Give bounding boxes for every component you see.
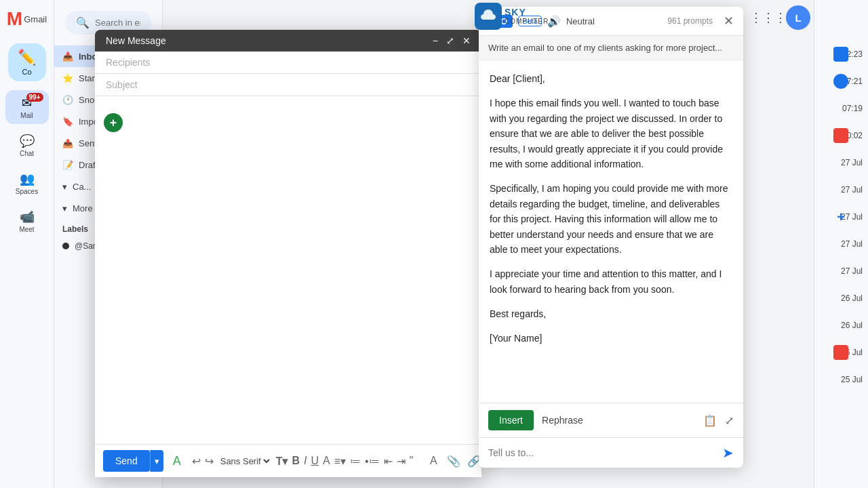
font-color-btn[interactable]: A (323, 451, 330, 470)
text-format-btn[interactable]: A (424, 451, 443, 470)
recipients-placeholder: Recipients (106, 57, 150, 68)
subject-placeholder: Subject (106, 79, 138, 90)
ai-actions-bar: Insert Rephrase 📋 ⤢ (479, 403, 743, 437)
maximize-icon[interactable]: ⤢ (446, 35, 454, 46)
sky-logo-icon (475, 3, 502, 30)
rephrase-btn[interactable]: Rephrase (542, 415, 583, 426)
categories-label: Ca... (73, 182, 91, 192)
sidebar-chat-btn[interactable]: 💬 Chat (5, 128, 49, 162)
numbered-list-btn[interactable]: ≔ (350, 451, 361, 470)
gmail-sidebar: M Gmail ✏️ Co ✉ Mail 99+ 💬 Chat 👥 Spaces… (0, 0, 54, 488)
undo-btn[interactable]: ↩ (192, 451, 201, 470)
compose-window: New Message − ⤢ ✕ Recipients Subject Sen… (95, 30, 481, 477)
sidebar-mail-btn[interactable]: ✉ Mail 99+ (5, 90, 49, 124)
ai-input-area: ➤ (479, 437, 743, 468)
timestamp-13: 25 Jul (814, 366, 868, 393)
ai-panel: GO Beta 🔊 Neutral 961 prompts ✕ Write an… (479, 7, 743, 468)
underline-btn[interactable]: U (311, 451, 319, 470)
drafts-icon: 📝 (62, 160, 73, 170)
paragraph-1: I hope this email finds you well. I want… (490, 96, 732, 171)
minimize-icon[interactable]: − (433, 35, 438, 46)
format-btn[interactable]: A (173, 451, 181, 470)
send-group: Send ▾ (103, 450, 163, 472)
more-icon: ▾ (62, 203, 67, 214)
meet-label: Meet (19, 226, 34, 233)
bullet-list-btn[interactable]: •≔ (365, 451, 380, 470)
ai-send-btn[interactable]: ➤ (722, 445, 734, 461)
ai-text-input[interactable] (488, 447, 717, 458)
spaces-label: Spaces (16, 188, 38, 195)
sent-label: Sent (79, 138, 97, 148)
compose-label: Co (22, 68, 31, 76)
search-icon: 🔍 (76, 16, 90, 29)
ai-close-btn[interactable]: ✕ (724, 14, 734, 28)
chat-icon: 💬 (20, 134, 35, 148)
compose-header-icons: − ⤢ ✕ (433, 35, 471, 46)
closing: Best regards, (490, 306, 732, 321)
quote-btn[interactable]: " (410, 451, 414, 470)
signature: [Your Name] (490, 331, 732, 346)
starred-icon: ⭐ (62, 73, 73, 83)
snoozed-icon: 🕐 (62, 95, 73, 105)
meet-icon: 📹 (20, 209, 35, 224)
send-dropdown-btn[interactable]: ▾ (150, 450, 163, 472)
icon-blue-1 (833, 47, 848, 62)
expand-icon[interactable]: ⤢ (725, 414, 734, 427)
bold-btn[interactable]: B (292, 451, 300, 470)
apps-icon-btn[interactable]: ⋮⋮⋮ (756, 5, 781, 30)
inbox-badge: 99+ (26, 93, 43, 102)
recipients-field[interactable]: Recipients (95, 52, 481, 74)
inbox-icon: 📥 (62, 52, 73, 62)
sky-text: SKY COMPUTER (505, 7, 549, 26)
mail-label: Mail (20, 112, 33, 119)
prompts-count: 961 prompts (667, 16, 713, 26)
ai-action-icons: 📋 ⤢ (703, 414, 734, 427)
ai-email-content: Dear [Client], I hope this email finds y… (479, 60, 743, 403)
compose-header: New Message − ⤢ ✕ (95, 30, 481, 52)
icon-red-2 (833, 345, 848, 360)
insert-btn[interactable]: Insert (488, 410, 534, 430)
sidebar-meet-btn[interactable]: 📹 Meet (5, 204, 49, 238)
ai-prompt-bar: Write an email to one of my clients aski… (479, 36, 743, 60)
icon-red-1 (833, 128, 848, 143)
compose-title: New Message (106, 35, 166, 46)
label-dot (62, 243, 69, 249)
subject-field[interactable]: Subject (95, 74, 481, 96)
right-icons-column: + (814, 41, 868, 366)
align-btn[interactable]: ≡▾ (334, 451, 346, 470)
audio-icon[interactable]: 🔊 (547, 15, 561, 28)
italic-btn[interactable]: I (304, 451, 307, 470)
gmail-logo: M Gmail (1, 5, 52, 33)
increase-indent-btn[interactable]: ⇥ (397, 451, 406, 470)
green-plus-btn[interactable]: + (104, 113, 123, 132)
redo-btn[interactable]: ↪ (205, 451, 214, 470)
more-label: More (73, 203, 93, 214)
sidebar-spaces-btn[interactable]: 👥 Spaces (5, 166, 49, 200)
decrease-indent-btn[interactable]: ⇤ (384, 451, 393, 470)
chat-label: Chat (20, 150, 34, 157)
neutral-badge: Neutral (566, 16, 595, 26)
close-compose-icon[interactable]: ✕ (462, 35, 471, 46)
gmail-m-icon: M (7, 8, 22, 30)
salutation: Dear [Client], (490, 71, 732, 86)
gmail-text: Gmail (24, 14, 47, 24)
heading-btn[interactable]: T▾ (276, 451, 288, 470)
sky-watermark: SKY COMPUTER (475, 3, 549, 30)
compose-body[interactable] (95, 96, 481, 444)
compose-toolbar: Send ▾ A ↩ ↪ Sans Serif T▾ B I U A ≡▾ ≔ … (95, 444, 481, 477)
compose-button[interactable]: ✏️ Co (8, 43, 46, 81)
sent-icon: 📤 (62, 138, 73, 148)
plus-icon[interactable]: + (833, 209, 848, 224)
send-button[interactable]: Send (103, 450, 150, 472)
avatar[interactable]: L (786, 5, 810, 30)
compose-pencil-icon: ✏️ (18, 49, 36, 66)
attach-btn[interactable]: 📎 (444, 451, 463, 470)
icon-blue-2 (833, 74, 848, 89)
important-icon: 🔖 (62, 117, 73, 127)
paragraph-2: Specifically, I am hoping you could prov… (490, 181, 732, 257)
search-input[interactable] (95, 18, 140, 28)
font-family-selector[interactable]: Sans Serif (218, 455, 272, 467)
copy-icon[interactable]: 📋 (703, 414, 717, 427)
paragraph-3: I appreciate your time and attention to … (490, 266, 732, 297)
spaces-icon: 👥 (20, 171, 35, 186)
